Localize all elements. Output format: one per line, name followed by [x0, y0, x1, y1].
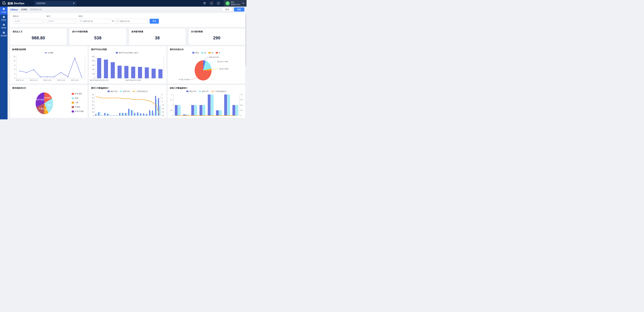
chart-title: 需求工作量偏差统计 — [89, 85, 166, 89]
svg-text:6: 6 — [14, 69, 15, 70]
query-button[interactable]: 查询 — [150, 19, 159, 24]
svg-text:2: 2 — [172, 94, 172, 95]
user-org: 蓝鲸DevOps — [231, 4, 240, 5]
calendar-icon — [117, 20, 119, 23]
svg-text:2022-12-01: 2022-12-01 — [71, 79, 79, 81]
svg-text:0: 0 — [93, 115, 94, 116]
svg-text:0: 0 — [172, 115, 172, 116]
legend-item[interactable]: 实际工时 — [120, 90, 130, 93]
stat-value: 38 — [132, 36, 183, 41]
filter-panel: 项目名 请选择 ∨ 迭代 请选择 ∨ 时间 — [10, 13, 245, 27]
project-selector-placeholder: 请选择项目 — [36, 2, 46, 5]
chart-title: 缺陷工作量偏差统计 — [168, 85, 245, 89]
sidebar-item-label: 数据集 — [2, 19, 6, 21]
date-to-input[interactable]: 2022-12-13 — [115, 19, 148, 24]
legend-item[interactable]: 新增数 — [44, 52, 54, 54]
back-button[interactable]: 返回 — [222, 8, 232, 12]
legend-item[interactable]: 中 — [216, 52, 220, 54]
breadcrumb-current: 协同项目分析 — [30, 8, 42, 11]
project-selector[interactable]: 请选择项目 — [34, 1, 76, 6]
svg-text:0.5: 0.5 — [170, 109, 172, 111]
chart-legend[interactable]: 新增数 — [10, 51, 88, 55]
svg-text:测试产品组0321-0408: 测试产品组0321-0408 — [126, 79, 141, 81]
project-filter-select[interactable]: 请选择 ∨ — [13, 19, 44, 24]
svg-text:0: 0 — [94, 77, 95, 79]
svg-text:2022-11-16: 2022-11-16 — [30, 79, 38, 81]
legend-item[interactable]: 低 — [208, 52, 213, 54]
stat-cards: 项目总人天 988.80 进行中的需求数量 538 新增需求数量 38 交付需求… — [10, 29, 245, 45]
svg-text:0.6: 0.6 — [240, 104, 242, 106]
time-filter-label: 时间 — [78, 15, 148, 18]
iteration-filter-label: 迭代 — [46, 15, 76, 18]
project-filter-label: 项目名 — [13, 15, 44, 18]
user-name: 张三 — [231, 1, 240, 3]
svg-text:低 26 2.99%: 低 26 2.99% — [220, 68, 228, 70]
bk-devops-logo[interactable]: 蓝鲸 DevOps — [2, 1, 24, 6]
svg-text:非常不满意: 非常不满意 — [36, 99, 44, 101]
legend-item[interactable]: 满意 — [72, 97, 84, 99]
chart-card-satisfaction-distribution: 需求满意度分布 非常满意满意一般不满意非常不满意 非常满意满意一般不满意非常不满… — [10, 85, 88, 118]
svg-text:测试产品组20211129-1210: 测试产品组20211129-1210 — [90, 79, 108, 81]
bar-chart[interactable]: 0100200300400500测试产品组20211129-1210测试产品组0… — [89, 55, 166, 83]
user-menu[interactable]: 张 张三 蓝鲸DevOps — [224, 0, 246, 7]
chart-card-demand-workload-deviation: 需求工作量偏差统计 预估工时实际工时工时时间差 (h) 010203040506… — [89, 85, 166, 118]
artifact-package-icon[interactable] — [202, 1, 207, 6]
calendar-icon — [80, 20, 82, 23]
legend-item[interactable]: 需求平均交付周期（迭代） — [116, 52, 140, 54]
chart-card-priority-distribution: 需求优先级分布 紧急高低中 紧急 40 4.6%高 152 17.49%低 26… — [168, 46, 245, 84]
legend-item[interactable]: 不满意 — [72, 106, 84, 108]
svg-text:满意: 满意 — [48, 104, 51, 106]
chart-title: 新增需求趋势图 — [10, 46, 88, 51]
iteration-filter-select[interactable]: 请选择 ∨ — [46, 19, 76, 24]
svg-text:?: ? — [218, 3, 219, 4]
combo-chart[interactable]: 010203040506050-5-10-15-20-25 — [89, 93, 166, 118]
legend-item[interactable]: 一般 — [72, 101, 84, 104]
chart-legend[interactable]: 非常满意满意一般不满意非常不满意 — [72, 93, 84, 113]
sidebar-item-dataset[interactable]: 数据集 — [0, 15, 8, 22]
notification-bell-icon[interactable] — [209, 1, 214, 6]
sidebar-item-dashboard[interactable]: 仪表板 — [0, 7, 8, 15]
svg-text:1.5: 1.5 — [170, 99, 172, 101]
sidebar-item-label: 仪表板 — [2, 11, 6, 13]
chevron-down-icon — [73, 3, 74, 4]
breadcrumb-dashboard[interactable]: 仪表板 — [21, 8, 27, 11]
svg-text:0: 0 — [162, 97, 162, 99]
svg-text:中 651 74.92%: 中 651 74.92% — [179, 79, 190, 80]
sidebar-item-data-extract[interactable]: 数据抽取 — [0, 30, 8, 38]
app-root: 蓝鲸 DevOps 请选择项目 — [0, 0, 246, 119]
svg-text:-25: -25 — [162, 115, 164, 116]
legend-item[interactable]: 工时时间差 (h) — [132, 90, 148, 93]
stat-card-in-progress-demands: 进行中的需求数量 538 — [70, 29, 126, 45]
vertical-scrollbar[interactable] — [246, 14, 246, 66]
chart-legend[interactable]: 预估工时实际工时工时时间差 (h) — [89, 89, 166, 93]
cmeas-brand[interactable]: CMeas — [10, 8, 18, 11]
chart-title: 需求优先级分布 — [168, 46, 245, 51]
stat-value: 988.80 — [12, 36, 64, 41]
chart-legend[interactable]: 需求平均交付周期（迭代） — [89, 51, 166, 55]
svg-text:60: 60 — [92, 94, 94, 95]
chart-legend[interactable]: 预估工时实际工时工时时间差 (h) — [168, 89, 245, 93]
sidebar-item-datasource[interactable]: 数据源 — [0, 22, 8, 30]
edit-button[interactable]: 编辑 — [234, 8, 244, 12]
pie-chart[interactable]: 紧急 40 4.6%高 152 17.49%低 26 2.99%中 651 74… — [168, 55, 245, 83]
chart-card-avg-delivery-cycle: 需求平均交付周期 需求平均交付周期（迭代） 0100200300400500测试… — [89, 46, 166, 84]
combo-chart[interactable]: 00.511.5200.30.60.91.2 — [168, 93, 245, 118]
chart-legend[interactable]: 紧急高低中 — [168, 51, 245, 55]
legend-item[interactable]: 非常不满意 — [72, 110, 84, 113]
legend-item[interactable]: 预估工时 — [108, 90, 118, 93]
legend-item[interactable]: 高 — [201, 52, 206, 54]
svg-text:1: 1 — [172, 104, 172, 106]
legend-item[interactable]: 实际工时 — [199, 90, 209, 93]
date-from-input[interactable]: 2022-11-12 — [78, 19, 111, 24]
content: 项目名 请选择 ∨ 迭代 请选择 ∨ 时间 — [8, 12, 246, 119]
date-range-to: 至 — [112, 20, 114, 23]
help-question-icon[interactable]: ? — [216, 1, 221, 6]
svg-text:300: 300 — [92, 64, 95, 66]
legend-item[interactable]: 工时时间差 (h) — [211, 90, 226, 93]
svg-text:-5: -5 — [162, 101, 163, 102]
legend-item[interactable]: 非常满意 — [72, 93, 84, 95]
svg-text:9: 9 — [14, 64, 15, 66]
legend-item[interactable]: 紧急 — [192, 52, 199, 54]
line-chart[interactable]: 036912152022-11-132022-11-162022-11-1820… — [10, 55, 88, 83]
legend-item[interactable]: 预估工时 — [186, 90, 196, 93]
